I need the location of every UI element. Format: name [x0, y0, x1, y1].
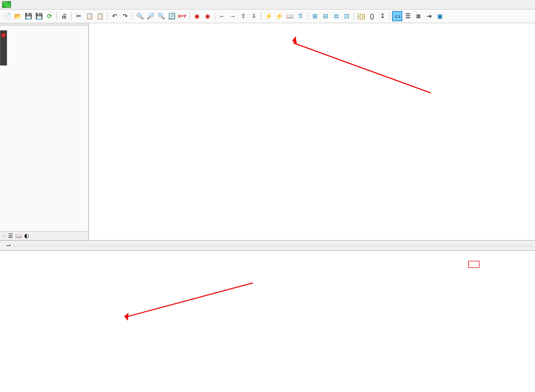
undo-icon[interactable]: ↶ — [110, 11, 120, 21]
menu-file[interactable] — [15, 4, 23, 6]
redo-icon[interactable]: ↷ — [120, 11, 130, 21]
jump-icon[interactable]: ⤻ — [6, 242, 11, 249]
list-icon[interactable]: ≣ — [413, 11, 423, 21]
sidebar-toolbar: ☰ 📖 ◐ — [0, 231, 88, 240]
cascade-icon[interactable]: ⧉ — [331, 11, 341, 21]
menu-search[interactable] — [33, 4, 41, 6]
symbol-sidebar: ☰ 📖 ◐ — [0, 23, 89, 240]
highlight-icon[interactable]: ▭ — [392, 11, 402, 21]
print-icon[interactable]: 🖨 — [59, 11, 69, 21]
find-next-icon[interactable]: 🔎 — [145, 11, 155, 21]
reference-editor[interactable] — [0, 251, 535, 386]
filter-icon[interactable]: ☰ — [8, 233, 13, 239]
menu-options[interactable] — [51, 4, 60, 6]
main-editor[interactable] — [89, 23, 535, 240]
replace-icon[interactable]: 🔄 — [167, 11, 177, 21]
toolbar: 📄 📂 💾 💾 ⟳ 🖨 ✂ 📋 📋 ↶ ↷ 🔍 🔎 🔍 🔄 X=Y ◉ ◉ ← … — [0, 10, 535, 23]
menu-project[interactable] — [42, 4, 50, 6]
close-win-icon[interactable]: ⊡ — [342, 11, 352, 21]
reload-icon[interactable]: ⟳ — [44, 11, 55, 21]
outline-icon[interactable]: ☰ — [403, 11, 413, 21]
app-logo-icon — [2, 1, 11, 8]
left-panel-fragment — [0, 30, 7, 66]
brace-icon[interactable]: {()} — [356, 11, 366, 21]
jump-ref-icon[interactable]: ⚡ — [274, 11, 284, 21]
find-prev-icon[interactable]: 🔍 — [156, 11, 166, 21]
open-icon[interactable]: 📂 — [13, 11, 23, 21]
menu-help[interactable] — [79, 4, 87, 6]
sort-az-button[interactable] — [2, 236, 6, 237]
indent-icon[interactable]: ⇥ — [424, 11, 434, 21]
find-icon[interactable]: 🔍 — [135, 11, 145, 21]
bookmark-next-icon[interactable]: ◉ — [202, 11, 212, 21]
cut-icon[interactable]: ✂ — [74, 11, 84, 21]
bookmark-toggle-icon[interactable]: ◉ — [192, 11, 202, 21]
nav-up-icon[interactable]: ⇧ — [238, 11, 248, 21]
nav-down-icon[interactable]: ⇩ — [249, 11, 259, 21]
new-file-icon[interactable]: 📄 — [2, 11, 12, 21]
book-icon[interactable]: 📖 — [285, 11, 295, 21]
menu-window[interactable] — [70, 4, 78, 6]
symbol-tree[interactable] — [0, 26, 88, 231]
nav-fwd-icon[interactable]: → — [228, 11, 238, 21]
context-location — [14, 245, 532, 247]
menu-view[interactable] — [61, 4, 69, 6]
context-bar: ⤻ — [0, 240, 535, 251]
nav-back-icon[interactable]: ← — [217, 11, 227, 21]
menu-edit[interactable] — [24, 4, 32, 6]
save-icon[interactable]: 💾 — [23, 11, 33, 21]
toggle-icon[interactable]: ◐ — [24, 233, 29, 239]
tile-h-icon[interactable]: ⊞ — [310, 11, 320, 21]
goto-icon[interactable]: X=Y — [177, 11, 187, 21]
annotation-box — [468, 261, 479, 268]
window-icon[interactable]: ▣ — [435, 11, 445, 21]
paren-icon[interactable]: () — [367, 11, 377, 21]
save-all-icon[interactable]: 💾 — [34, 11, 44, 21]
paste-icon[interactable]: 📋 — [95, 11, 105, 21]
book-icon[interactable]: 📖 — [15, 233, 22, 239]
copy-icon[interactable]: 📋 — [84, 11, 94, 21]
tile-v-icon[interactable]: ⊟ — [320, 11, 331, 21]
ref-down-icon[interactable]: ↧ — [378, 11, 388, 21]
relation-icon[interactable]: ℛ — [295, 11, 305, 21]
jump-def-icon[interactable]: ⚡ — [263, 11, 274, 21]
menu-bar — [0, 0, 535, 10]
